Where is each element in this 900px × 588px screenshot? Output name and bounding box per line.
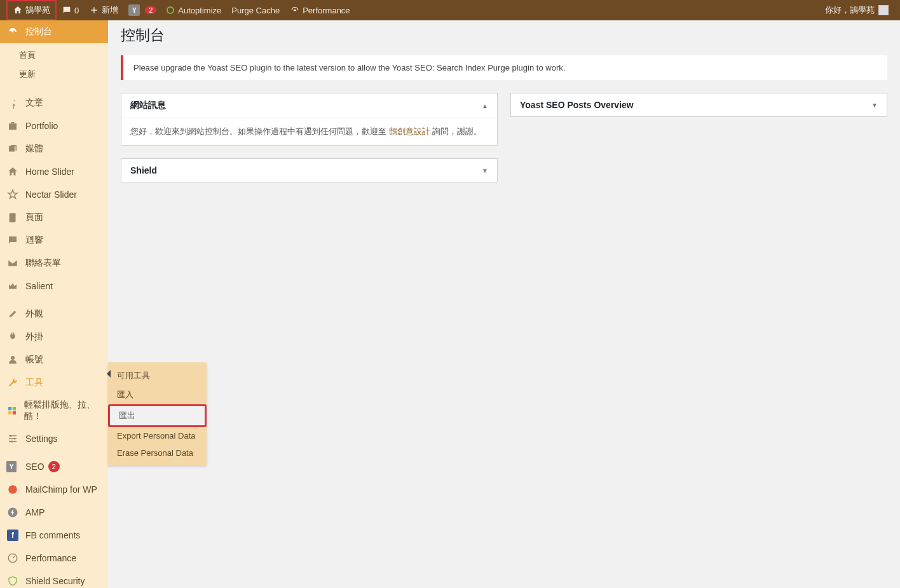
- adminbar-greeting-text: 你好，鵠學苑: [825, 4, 875, 16]
- adminbar-user-greeting[interactable]: 你好，鵠學苑: [820, 0, 894, 20]
- sidebar-sub-updates[interactable]: 更新: [0, 65, 108, 84]
- sidebar-item-label: Home Slider: [25, 167, 74, 177]
- adminbar-performance-label: Performance: [303, 6, 350, 15]
- circle-icon: [167, 6, 174, 14]
- chevron-down-icon[interactable]: ▼: [871, 102, 878, 109]
- sidebar-item-label: 媒體: [25, 143, 43, 154]
- main-content: 控制台 Please upgrade the Yoast SEO plugin …: [108, 0, 900, 195]
- dashboard-widgets: 網站訊息 ▲ 您好，歡迎來到網站控制台。如果操作過程中有遇到任何問題，歡迎至 鵠…: [121, 93, 887, 182]
- plus-icon: [89, 5, 99, 15]
- briefcase-icon: [6, 120, 19, 132]
- sidebar-item-posts[interactable]: 文章: [0, 92, 108, 114]
- adminbar-performance[interactable]: Performance: [285, 0, 355, 20]
- widget-yoast-header[interactable]: Yoast SEO Posts Overview ▼: [511, 93, 887, 116]
- widget-shield: Shield ▼: [121, 158, 498, 182]
- sidebar-item-label: Portfolio: [25, 121, 58, 131]
- widget-yoast-overview: Yoast SEO Posts Overview ▼: [510, 93, 887, 117]
- page-title: 控制台: [121, 25, 887, 45]
- adminbar-autoptimize-label: Autoptimize: [178, 6, 221, 15]
- adminbar-comments[interactable]: 0: [57, 0, 84, 20]
- adminbar-yoast-count: 2: [145, 6, 156, 14]
- adminbar-site-link[interactable]: 鵠學苑: [6, 0, 57, 20]
- adminbar-comments-count: 0: [74, 6, 79, 15]
- star-icon: [6, 188, 19, 195]
- gauge-icon: [290, 5, 300, 15]
- widget-title: Shield: [130, 165, 157, 175]
- pin-icon: [6, 97, 19, 109]
- avatar-icon: [878, 5, 889, 15]
- notice-text: Please upgrade the Yoast SEO plugin to t…: [133, 63, 565, 72]
- sidebar-item-label: 文章: [25, 97, 43, 109]
- sidebar-item-home-slider[interactable]: Home Slider: [0, 160, 108, 183]
- adminbar-new[interactable]: 新增: [84, 0, 123, 20]
- comment-icon: [62, 5, 72, 15]
- adminbar-purge-cache[interactable]: Purge Cache: [226, 0, 285, 20]
- widget-site-info-header[interactable]: 網站訊息 ▲: [121, 93, 497, 118]
- sidebar-item-label: 控制台: [25, 26, 52, 38]
- sidebar-sub-home[interactable]: 首頁: [0, 46, 108, 65]
- sidebar-item-dashboard[interactable]: 控制台: [0, 20, 108, 43]
- media-icon: [6, 142, 19, 155]
- site-info-text-pre: 您好，歡迎來到網站控制台。如果操作過程中有遇到任何問題，歡迎至: [130, 126, 389, 136]
- yoast-upgrade-notice: Please upgrade the Yoast SEO plugin to t…: [121, 55, 887, 80]
- adminbar-purge-label: Purge Cache: [231, 6, 280, 15]
- adminbar-yoast[interactable]: Y 2: [123, 0, 161, 20]
- site-info-text-post: 詢問，謝謝。: [430, 126, 482, 136]
- widget-title: Yoast SEO Posts Overview: [520, 100, 634, 110]
- admin-bar: 鵠學苑 0 新增 Y 2 Autoptimize Purge Cache Per…: [0, 0, 900, 20]
- chevron-down-icon[interactable]: ▼: [482, 167, 488, 174]
- admin-sidebar: 控制台 首頁 更新 文章 Portfolio 媒體 Home Slider Ne…: [0, 20, 108, 195]
- widget-site-info: 網站訊息 ▲ 您好，歡迎來到網站控制台。如果操作過程中有遇到任何問題，歡迎至 鵠…: [121, 93, 498, 146]
- chevron-up-icon[interactable]: ▲: [482, 102, 488, 109]
- widget-shield-header[interactable]: Shield ▼: [121, 159, 497, 182]
- adminbar-new-label: 新增: [102, 4, 118, 16]
- home-icon: [13, 5, 23, 15]
- widget-site-info-body: 您好，歡迎來到網站控制台。如果操作過程中有遇到任何問題，歡迎至 鵠創意設計 詢問…: [121, 118, 497, 145]
- sidebar-item-nectar-slider[interactable]: Nectar Slider: [0, 183, 108, 195]
- sidebar-item-media[interactable]: 媒體: [0, 137, 108, 160]
- sidebar-dashboard-submenu: 首頁 更新: [0, 43, 108, 86]
- dashboard-icon: [6, 25, 19, 38]
- site-info-link[interactable]: 鵠創意設計: [389, 126, 430, 136]
- sidebar-item-label: Nectar Slider: [25, 189, 77, 195]
- adminbar-autoptimize[interactable]: Autoptimize: [161, 0, 226, 20]
- widget-title: 網站訊息: [130, 100, 166, 111]
- sidebar-item-portfolio[interactable]: Portfolio: [0, 114, 108, 137]
- home-icon: [6, 165, 19, 178]
- yoast-icon: Y: [128, 4, 140, 16]
- adminbar-site-name: 鵠學苑: [25, 4, 50, 16]
